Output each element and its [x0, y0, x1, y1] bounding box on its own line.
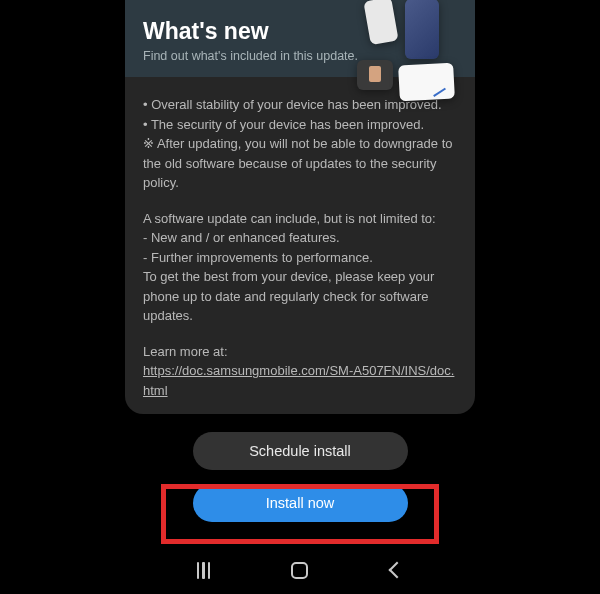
home-button[interactable] [280, 555, 320, 585]
mock-tablet-icon [398, 63, 455, 102]
mock-phone-icon [357, 60, 393, 90]
recents-icon [197, 562, 211, 579]
learn-more-label: Learn more at: [143, 342, 457, 362]
schedule-install-button[interactable]: Schedule install [193, 432, 408, 470]
button-area: Schedule install Install now [115, 414, 485, 532]
back-icon [388, 562, 405, 579]
mock-phone-icon [363, 0, 398, 45]
back-button[interactable] [377, 555, 417, 585]
decorative-phone-images [337, 2, 467, 97]
navigation-bar [115, 552, 485, 588]
recents-button[interactable] [183, 555, 223, 585]
learn-more-section: Learn more at: https://doc.samsungmobile… [143, 342, 457, 401]
whats-new-header: What's new Find out what's included in t… [125, 0, 475, 77]
learn-more-link[interactable]: https://doc.samsungmobile.com/SM-A507FN/… [143, 363, 454, 398]
release-notes-info: A software update can include, but is no… [143, 209, 457, 326]
update-card: What's new Find out what's included in t… [125, 0, 475, 414]
phone-screen: What's new Find out what's included in t… [115, 0, 485, 594]
mock-phone-icon [405, 0, 439, 59]
install-now-button[interactable]: Install now [193, 484, 408, 522]
home-icon [291, 562, 308, 579]
release-notes: • Overall stability of your device has b… [125, 77, 475, 414]
release-notes-bullets: • Overall stability of your device has b… [143, 95, 457, 193]
